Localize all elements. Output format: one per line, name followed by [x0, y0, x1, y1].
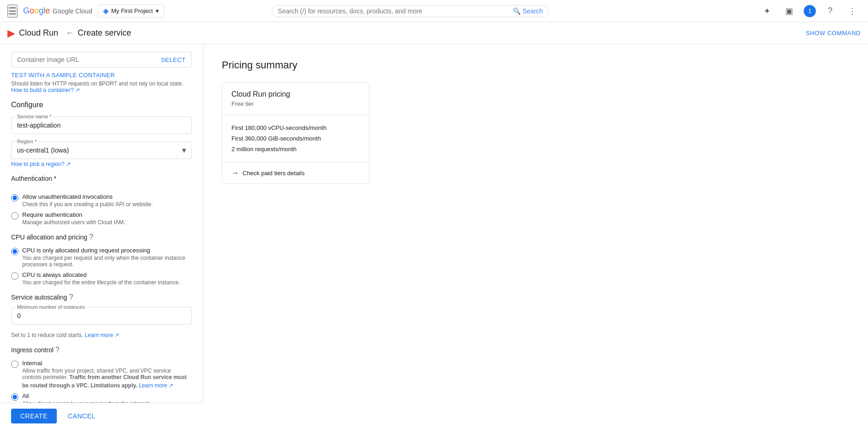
auth-option-unauthenticated: Allow unauthenticated invocations Check …	[11, 193, 192, 208]
pricing-card: Cloud Run pricing Free tier First 180,00…	[222, 82, 370, 184]
select-image-button[interactable]: SELECT	[161, 56, 186, 63]
cpu-help-icon[interactable]: ?	[89, 233, 93, 241]
configure-section-title: Configure	[11, 101, 192, 109]
search-button[interactable]: 🔍 Search	[513, 7, 543, 15]
paid-tiers-link[interactable]: → Check paid tiers details	[222, 162, 369, 184]
pricing-item-vcpu: First 180,000 vCPU-seconds/month	[231, 123, 360, 133]
cpu-request-only-desc: You are charged per request and only whe…	[22, 255, 192, 268]
container-image-url-row: SELECT	[11, 52, 192, 67]
cloud-text: Google Cloud	[53, 7, 92, 15]
pricing-items-list: First 180,000 vCPU-seconds/month First 3…	[222, 115, 369, 162]
pricing-item-requests: 2 million requests/month	[231, 144, 360, 154]
show-command-button[interactable]: SHOW COMMAND	[806, 30, 861, 37]
autoscaling-section: Service autoscaling ? Minimum number of …	[11, 293, 192, 338]
help-icon-button[interactable]: ?	[822, 3, 838, 19]
free-tier-label: Free tier	[231, 100, 360, 107]
ingress-internal-radio[interactable]	[11, 361, 18, 368]
project-selector-button[interactable]: ◆ My First Project ▾	[98, 4, 164, 18]
left-panel: SELECT TEST WITH A SAMPLE CONTAINER Shou…	[0, 44, 203, 429]
sample-container-link[interactable]: TEST WITH A SAMPLE CONTAINER	[11, 72, 115, 79]
cloud-run-pricing-title: Cloud Run pricing	[231, 90, 360, 98]
auth-option-require: Require authentication Manage authorized…	[11, 211, 192, 226]
service-name-field: Service name *	[11, 116, 192, 134]
nav-right-icons: ✦ ▣ 1 ? ⋮	[759, 3, 861, 19]
hamburger-menu-button[interactable]: ☰	[7, 5, 18, 18]
main-content: SELECT TEST WITH A SAMPLE CONTAINER Shou…	[0, 44, 868, 429]
terminal-icon-button[interactable]: ▣	[781, 3, 798, 19]
ingress-internal-label: Internal	[22, 360, 192, 367]
cloud-run-icon: ▶	[7, 27, 15, 39]
ingress-learn-more-link[interactable]: Learn more ↗	[139, 382, 173, 389]
container-image-url-input[interactable]	[17, 56, 161, 63]
ingress-options: Internal Allow traffic from your project…	[11, 360, 192, 407]
region-field: Region * us-central1 (Iowa) ▾ How to pic…	[11, 141, 192, 167]
page-title: Create service	[78, 28, 131, 38]
cpu-allocation-title: CPU allocation and pricing	[11, 233, 87, 241]
back-button[interactable]: ←	[66, 28, 74, 38]
autoscaling-title: Service autoscaling	[11, 294, 67, 301]
pricing-card-header: Cloud Run pricing Free tier	[222, 83, 369, 115]
region-label: Region *	[16, 139, 38, 144]
search-bar: 🔍 Search	[272, 5, 549, 17]
unauthenticated-label: Allow unauthenticated invocations	[22, 193, 153, 200]
require-auth-desc: Manage authorized users with Cloud IAM.	[22, 219, 125, 226]
service-title: Cloud Run	[19, 28, 58, 38]
ingress-all-radio[interactable]	[11, 393, 18, 401]
how-to-build-link[interactable]: How to build a container? ↗	[11, 87, 80, 93]
region-select[interactable]: us-central1 (Iowa)	[11, 141, 192, 159]
google-cloud-logo: Google Google Cloud	[23, 6, 92, 16]
learn-more-link[interactable]: Learn more ↗	[85, 332, 119, 338]
region-select-wrapper: us-central1 (Iowa) ▾	[11, 141, 192, 159]
unauthenticated-radio[interactable]	[11, 194, 18, 202]
authentication-section: Authentication * Allow unauthenticated i…	[11, 175, 192, 226]
unauthenticated-desc: Check this if you are creating a public …	[22, 201, 153, 208]
require-auth-label: Require authentication	[22, 211, 125, 218]
service-name-label: Service name *	[16, 114, 53, 119]
ingress-help-icon[interactable]: ?	[55, 346, 60, 354]
ingress-all-label: All	[22, 392, 149, 399]
cpu-request-only-option: CPU is only allocated during request pro…	[11, 247, 192, 268]
min-instances-field: Minimum number of instances	[11, 307, 192, 325]
ingress-control-section: Ingress control ? Internal Allow traffic…	[11, 346, 192, 407]
avatar[interactable]: 1	[803, 5, 816, 18]
cpu-always-radio[interactable]	[11, 272, 18, 280]
autoscaling-hint: Set to 1 to reduce cold starts. Learn mo…	[11, 332, 192, 338]
project-icon: ◆	[103, 6, 109, 15]
cpu-request-only-radio[interactable]	[11, 248, 18, 255]
authentication-options: Allow unauthenticated invocations Check …	[11, 193, 192, 226]
ingress-internal-desc: Allow traffic from your project, shared …	[22, 368, 192, 389]
more-options-icon-button[interactable]: ⋮	[844, 3, 861, 19]
paid-tiers-link-text: Check paid tiers details	[243, 170, 304, 177]
cpu-allocation-section: CPU allocation and pricing ? CPU is only…	[11, 233, 192, 286]
right-panel: Pricing summary Cloud Run pricing Free t…	[203, 44, 868, 429]
bottom-action-bar: CREATE CANCEL	[0, 403, 203, 429]
project-name: My First Project	[111, 7, 153, 14]
search-icon: 🔍	[513, 7, 521, 15]
cancel-button[interactable]: CANCEL	[62, 409, 101, 423]
chevron-down-icon: ▾	[156, 7, 159, 14]
authentication-title: Authentication *	[11, 175, 56, 182]
cpu-always-label: CPU is always allocated	[22, 271, 180, 278]
container-hint-text: Should listen for HTTP requests on $PORT…	[11, 80, 192, 93]
secondary-navigation: ▶ Cloud Run ← Create service SHOW COMMAN…	[0, 22, 868, 44]
create-button[interactable]: CREATE	[11, 409, 57, 423]
cpu-allocation-options: CPU is only allocated during request pro…	[11, 247, 192, 286]
require-auth-radio[interactable]	[11, 212, 18, 220]
ingress-control-title: Ingress control	[11, 346, 54, 354]
region-link[interactable]: How to pick a region? ↗	[11, 161, 71, 167]
top-navigation: ☰ Google Google Cloud ◆ My First Project…	[0, 0, 868, 22]
min-instances-label: Minimum number of instances	[16, 304, 86, 310]
pricing-summary-title: Pricing summary	[222, 59, 850, 71]
cpu-request-only-label: CPU is only allocated during request pro…	[22, 247, 192, 254]
search-input[interactable]	[278, 7, 509, 15]
cpu-always-desc: You are charged for the entire lifecycle…	[22, 279, 180, 286]
autoscaling-help-icon[interactable]: ?	[69, 293, 73, 301]
pricing-item-gib: First 360,000 GiB-seconds/month	[231, 133, 360, 144]
arrow-icon: →	[231, 169, 239, 177]
star-icon-button[interactable]: ✦	[759, 3, 776, 19]
ingress-internal-option: Internal Allow traffic from your project…	[11, 360, 192, 389]
cpu-always-option: CPU is always allocated You are charged …	[11, 271, 192, 286]
